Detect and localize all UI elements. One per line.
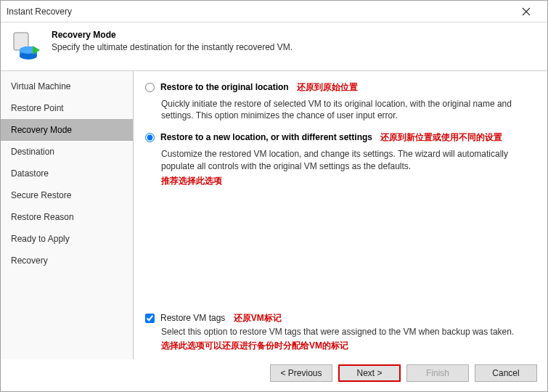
titlebar: Instant Recovery bbox=[1, 1, 547, 23]
restore-tags-label: Restore VM tags bbox=[160, 313, 225, 323]
previous-button[interactable]: < Previous bbox=[270, 364, 332, 382]
window-title: Instant Recovery bbox=[7, 7, 511, 17]
sidebar-item-secure-restore[interactable]: Secure Restore bbox=[1, 184, 133, 206]
sidebar-item-ready-to-apply[interactable]: Ready to Apply bbox=[1, 228, 133, 250]
option-original-desc: Quickly initiate the restore of selected… bbox=[161, 98, 536, 121]
header-title: Recovery Mode bbox=[52, 30, 293, 40]
header-subtitle: Specify the ultimate destination for the… bbox=[52, 42, 293, 52]
radio-new-location[interactable] bbox=[145, 133, 155, 142]
sidebar-item-datastore[interactable]: Datastore bbox=[1, 163, 133, 184]
annot-original: 还原到原始位置 bbox=[297, 82, 358, 92]
sidebar-item-virtual-machine[interactable]: Virtual Machine bbox=[1, 75, 133, 97]
restore-tags-row: Restore VM tags 还原VM标记 bbox=[145, 312, 536, 324]
sidebar-item-recovery[interactable]: Recovery bbox=[1, 250, 133, 271]
wizard-content: Restore to the original location 还原到原始位置… bbox=[134, 71, 547, 359]
finish-button[interactable]: Finish bbox=[406, 364, 469, 382]
sidebar-item-label: Datastore bbox=[11, 168, 49, 179]
option-newloc-row: Restore to a new location, or with diffe… bbox=[145, 131, 536, 144]
sidebar-item-label: Restore Point bbox=[11, 103, 64, 113]
annot-newloc: 还原到新位置或使用不同的设置 bbox=[380, 132, 502, 142]
annot-recommend: 推荐选择此选项 bbox=[161, 175, 536, 187]
option-original-title: Restore to the original location bbox=[160, 82, 289, 92]
next-button[interactable]: Next > bbox=[338, 364, 401, 382]
annot-tags-desc: 选择此选项可以还原进行备份时分配给VM的标记 bbox=[161, 339, 536, 352]
wizard-sidebar: Virtual Machine Restore Point Recovery M… bbox=[1, 71, 134, 359]
sidebar-item-recovery-mode[interactable]: Recovery Mode bbox=[1, 119, 133, 141]
close-icon bbox=[522, 7, 531, 16]
option-newloc-desc: Customize the restored VM location, and … bbox=[161, 148, 536, 171]
sidebar-item-restore-point[interactable]: Restore Point bbox=[1, 97, 133, 119]
wizard-buttons: < Previous Next > Finish Cancel bbox=[1, 359, 547, 391]
sidebar-item-label: Recovery bbox=[11, 256, 48, 266]
radio-original-location[interactable] bbox=[145, 83, 155, 92]
restore-tags-desc: Select this option to restore VM tags th… bbox=[161, 326, 536, 338]
restore-tags-block: Restore VM tags 还原VM标记 Select this optio… bbox=[145, 312, 536, 352]
sidebar-item-label: Destination bbox=[11, 147, 54, 157]
wizard-window: Instant Recovery Recovery Mode Specify t… bbox=[0, 0, 548, 392]
wizard-body: Virtual Machine Restore Point Recovery M… bbox=[1, 71, 547, 359]
recovery-icon bbox=[11, 30, 41, 60]
sidebar-item-destination[interactable]: Destination bbox=[1, 141, 133, 163]
close-button[interactable] bbox=[511, 1, 541, 22]
sidebar-item-label: Secure Restore bbox=[11, 190, 71, 200]
cancel-button[interactable]: Cancel bbox=[475, 364, 537, 382]
header-text: Recovery Mode Specify the ultimate desti… bbox=[52, 30, 293, 52]
sidebar-item-restore-reason[interactable]: Restore Reason bbox=[1, 206, 133, 228]
sidebar-item-label: Virtual Machine bbox=[11, 81, 71, 91]
sidebar-item-label: Recovery Mode bbox=[11, 125, 72, 135]
option-newloc-title: Restore to a new location, or with diffe… bbox=[160, 132, 372, 142]
checkbox-restore-vm-tags[interactable] bbox=[145, 314, 155, 323]
option-original-row: Restore to the original location 还原到原始位置 bbox=[145, 81, 536, 94]
annot-tags: 还原VM标记 bbox=[234, 313, 282, 323]
wizard-header: Recovery Mode Specify the ultimate desti… bbox=[1, 23, 547, 71]
sidebar-item-label: Ready to Apply bbox=[11, 234, 70, 244]
sidebar-item-label: Restore Reason bbox=[11, 212, 74, 222]
